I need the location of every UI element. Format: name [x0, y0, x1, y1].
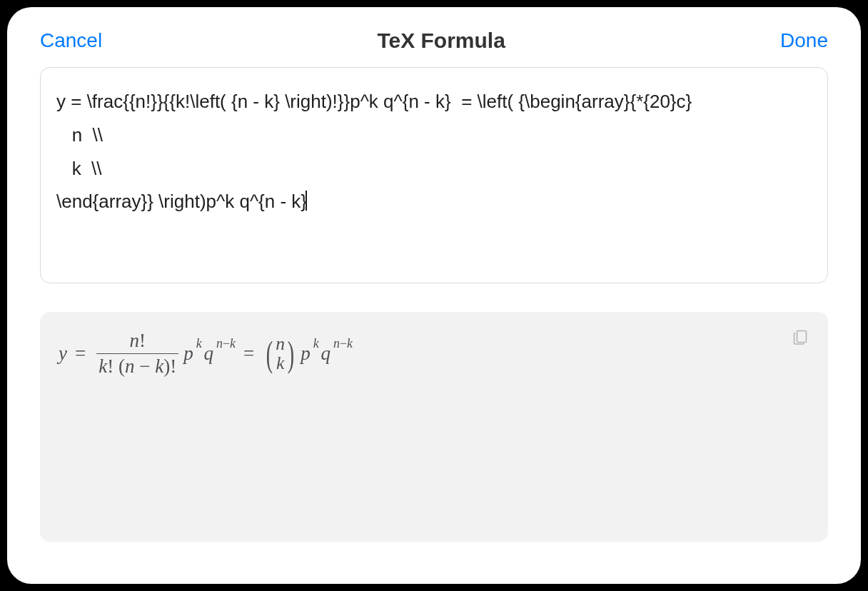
- editor-line: n \\: [56, 118, 812, 152]
- editor-line: k \\: [56, 152, 812, 186]
- modal-title: TeX Formula: [377, 29, 505, 53]
- modal-sheet: Cancel TeX Formula Done y = \frac{{n!}}{…: [7, 7, 861, 584]
- editor-line: y = \frac{{n!}}{{k!\left( {n - k} \right…: [56, 85, 812, 118]
- formula-render: y = n! k! (n − k)! pkqn−k = ( nk ) pkqn−…: [59, 330, 809, 377]
- header-bar: Cancel TeX Formula Done: [7, 7, 861, 67]
- rendered-preview: y = n! k! (n − k)! pkqn−k = ( nk ) pkqn−…: [40, 312, 828, 541]
- text-caret: [306, 191, 307, 211]
- editor-line: \end{array}} \right)p^k q^{n - k}: [56, 185, 812, 218]
- tex-source-editor[interactable]: y = \frac{{n!}}{{k!\left( {n - k} \right…: [40, 67, 828, 283]
- svg-rect-0: [797, 331, 807, 343]
- cancel-button[interactable]: Cancel: [40, 29, 102, 52]
- done-button[interactable]: Done: [780, 29, 828, 52]
- copy-icon: [792, 328, 809, 345]
- copy-button[interactable]: [789, 326, 811, 348]
